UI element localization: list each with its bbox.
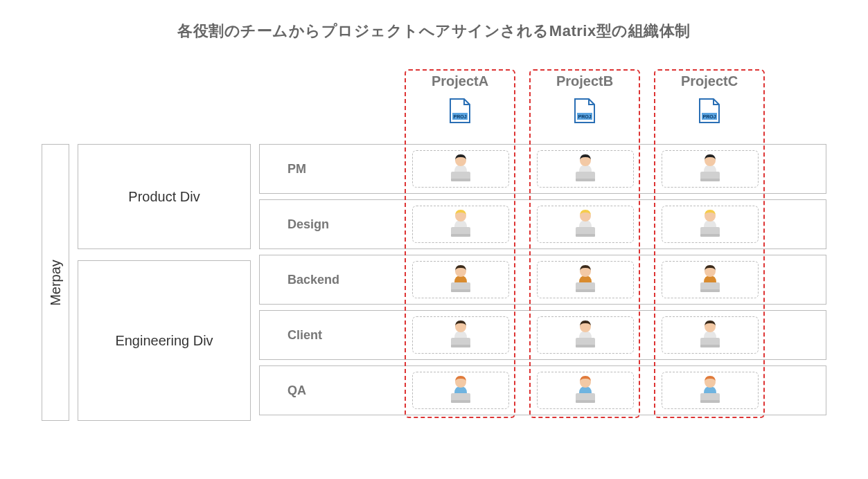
role-label: Client	[260, 328, 398, 343]
company-label: Merpay	[48, 260, 64, 306]
project-file-icon: PROJ	[694, 98, 725, 128]
division-box: Engineering Div	[78, 260, 251, 421]
role-row: Client	[259, 310, 826, 360]
project-label: ProjectB	[522, 73, 647, 89]
role-rows: PM Design	[259, 144, 826, 415]
person-icon	[445, 318, 477, 352]
svg-rect-37	[576, 345, 595, 347]
role-cells	[398, 206, 772, 243]
project-label: ProjectA	[398, 73, 522, 89]
assignment-cell	[523, 206, 648, 243]
assignment-slot	[412, 261, 509, 298]
role-cells	[398, 150, 772, 188]
person-icon	[569, 152, 601, 186]
assignment-cell	[398, 150, 523, 188]
role-cells	[398, 261, 772, 298]
role-row: PM	[259, 144, 826, 194]
assignment-cell	[398, 206, 523, 243]
assignment-cell	[648, 372, 772, 409]
role-row: QA	[259, 365, 826, 415]
diagram-layout: Merpay Product DivEngineering Div Projec…	[42, 69, 826, 421]
assignment-slot	[412, 150, 509, 188]
svg-rect-22	[700, 234, 720, 237]
svg-rect-43	[451, 400, 470, 403]
svg-rect-46	[576, 400, 595, 403]
rows-column: ProjectA PROJ ProjectB PROJ ProjectC PRO…	[259, 69, 826, 421]
person-icon	[445, 152, 477, 186]
project-label: ProjectC	[647, 73, 772, 89]
assignment-cell	[398, 261, 523, 298]
assignment-cell	[523, 150, 648, 188]
project-header: ProjectA PROJ	[398, 69, 522, 144]
assignment-cell	[648, 316, 772, 354]
svg-text:PROJ: PROJ	[578, 114, 591, 119]
role-row: Design	[259, 199, 826, 249]
assignment-slot	[662, 150, 759, 188]
person-icon	[445, 374, 477, 407]
svg-rect-34	[451, 345, 470, 347]
assignment-cell	[648, 206, 772, 243]
role-cells	[398, 372, 772, 409]
project-header: ProjectB PROJ	[522, 69, 647, 144]
assignment-cell	[523, 316, 648, 354]
person-icon	[694, 374, 726, 407]
diagram-title: 各役割のチームからプロジェクトへアサインされるMatrix型の組織体制	[42, 21, 826, 42]
svg-rect-7	[451, 179, 470, 181]
assignment-cell	[648, 261, 772, 298]
assignment-slot	[537, 150, 634, 188]
assignment-cell	[398, 316, 523, 354]
role-label: PM	[260, 162, 398, 177]
svg-rect-13	[700, 179, 720, 181]
assignment-slot	[537, 372, 634, 409]
assignment-cell	[523, 261, 648, 298]
assignment-slot	[662, 372, 759, 409]
svg-rect-28	[576, 289, 595, 292]
svg-text:PROJ: PROJ	[453, 114, 466, 119]
svg-rect-25	[451, 289, 470, 292]
assignment-slot	[412, 206, 509, 243]
svg-rect-49	[700, 400, 720, 403]
assignment-slot	[662, 206, 759, 243]
assignment-slot	[662, 316, 759, 354]
assignment-slot	[412, 316, 509, 354]
assignment-slot	[537, 206, 634, 243]
svg-rect-16	[451, 234, 470, 237]
role-label: QA	[260, 383, 398, 398]
person-icon	[694, 152, 726, 186]
divisions-column: Product DivEngineering Div	[78, 144, 251, 421]
person-icon	[569, 374, 601, 407]
assignment-slot	[662, 261, 759, 298]
role-label: Design	[260, 217, 398, 232]
assignment-cell	[398, 372, 523, 409]
person-icon	[569, 318, 601, 352]
svg-text:PROJ: PROJ	[702, 114, 716, 119]
person-icon	[694, 263, 726, 296]
assignment-cell	[648, 150, 772, 188]
person-icon	[694, 208, 726, 241]
assignment-slot	[537, 316, 634, 354]
project-file-icon: PROJ	[569, 98, 600, 128]
project-header: ProjectC PROJ	[647, 69, 772, 144]
projects-header: ProjectA PROJ ProjectB PROJ ProjectC PRO…	[259, 69, 826, 144]
role-cells	[398, 316, 772, 354]
assignment-cell	[523, 372, 648, 409]
assignment-slot	[412, 372, 509, 409]
svg-rect-31	[700, 289, 720, 292]
person-icon	[445, 263, 477, 296]
company-column: Merpay	[42, 144, 69, 421]
assignment-slot	[537, 261, 634, 298]
person-icon	[694, 318, 726, 352]
person-icon	[445, 208, 477, 241]
division-box: Product Div	[78, 144, 251, 249]
role-row: Backend	[259, 255, 826, 305]
role-label: Backend	[260, 273, 398, 287]
project-file-icon: PROJ	[445, 98, 475, 128]
svg-rect-40	[700, 345, 720, 347]
svg-rect-19	[576, 234, 595, 237]
person-icon	[569, 208, 601, 241]
svg-rect-10	[576, 179, 595, 181]
person-icon	[569, 263, 601, 296]
